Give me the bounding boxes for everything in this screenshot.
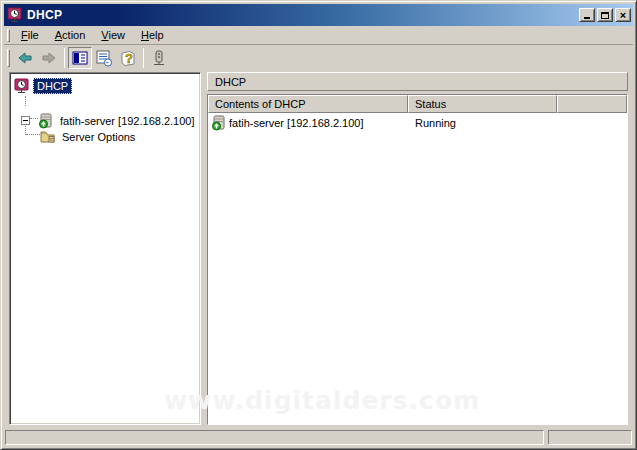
close-icon: ×: [620, 10, 626, 20]
menu-action[interactable]: Action: [47, 27, 94, 44]
menu-bar: File Action View Help: [4, 26, 633, 45]
maximize-icon: [601, 12, 609, 19]
tree-node-server-options[interactable]: Server Options: [40, 128, 138, 145]
title-bar[interactable]: DHCP ×: [4, 4, 633, 26]
export-list-button[interactable]: [92, 47, 116, 69]
dhcp-server-running-icon: [38, 113, 54, 129]
show-hide-console-tree-button[interactable]: [68, 47, 92, 69]
menu-gripper[interactable]: [7, 29, 10, 42]
show-hide-console-tree-icon: [72, 50, 88, 66]
status-bar: [4, 427, 633, 446]
toolbar-gripper[interactable]: [7, 49, 10, 67]
tree-node-label[interactable]: fatih-server [192.168.2.100]: [57, 114, 198, 128]
results-listview: Contents of DHCP Status: [207, 94, 628, 425]
console-tree: DHCP fatih-server [192.168.2.100]: [12, 76, 198, 421]
help-icon: ?: [120, 50, 137, 67]
minimize-button[interactable]: [579, 8, 595, 22]
column-header-status[interactable]: Status: [408, 95, 557, 113]
list-item-server[interactable]: fatih-server [192.168.2.100] Running: [208, 113, 627, 131]
list-item-status: Running: [408, 117, 557, 129]
console-main-area: DHCP fatih-server [192.168.2.100]: [4, 71, 633, 427]
listview-header: Contents of DHCP Status: [208, 95, 627, 113]
toolbar-separator: [143, 48, 144, 68]
folder-icon: [40, 129, 56, 145]
tree-node-server[interactable]: fatih-server [192.168.2.100]: [21, 112, 198, 129]
server-button[interactable]: [147, 47, 171, 69]
results-banner: DHCP: [207, 72, 628, 91]
listview-body: fatih-server [192.168.2.100] Running: [208, 113, 627, 424]
back-button[interactable]: [13, 47, 37, 69]
dhcp-console-icon: [14, 78, 30, 94]
toolbar: ?: [4, 45, 633, 71]
menu-file[interactable]: File: [13, 27, 47, 44]
menu-view[interactable]: View: [93, 27, 133, 44]
svg-text:?: ?: [125, 51, 133, 66]
back-arrow-icon: [17, 50, 33, 66]
status-panel-main: [5, 430, 544, 445]
list-item-name: fatih-server [192.168.2.100]: [229, 117, 364, 129]
dhcp-server-running-icon: [211, 115, 227, 131]
toolbar-separator: [64, 48, 65, 68]
tree-connector: [26, 134, 40, 135]
close-button[interactable]: ×: [615, 8, 631, 22]
maximize-button[interactable]: [597, 8, 613, 22]
tree-node-dhcp-root[interactable]: DHCP: [14, 77, 72, 94]
help-button[interactable]: ?: [116, 47, 140, 69]
dhcp-console-window: DHCP × File Action View Help: [0, 0, 637, 450]
tree-node-label[interactable]: DHCP: [33, 78, 72, 94]
console-tree-pane: DHCP fatih-server [192.168.2.100]: [9, 72, 201, 425]
export-list-icon: [96, 50, 113, 67]
tree-connector: [25, 96, 26, 106]
results-banner-label: DHCP: [215, 76, 246, 88]
dhcp-console-icon: [7, 7, 23, 23]
minimize-icon: [584, 17, 590, 19]
column-header-empty[interactable]: [557, 95, 627, 113]
results-pane: DHCP Contents of DHCP Status: [207, 72, 628, 425]
forward-button[interactable]: [37, 47, 61, 69]
server-icon: [151, 50, 167, 67]
forward-arrow-icon: [41, 50, 57, 66]
collapse-expander-icon[interactable]: [21, 116, 30, 125]
status-panel-secondary: [548, 430, 632, 445]
window-title: DHCP: [27, 8, 577, 22]
tree-node-label[interactable]: Server Options: [59, 130, 138, 144]
column-header-contents[interactable]: Contents of DHCP: [208, 95, 408, 113]
menu-help[interactable]: Help: [133, 27, 172, 44]
